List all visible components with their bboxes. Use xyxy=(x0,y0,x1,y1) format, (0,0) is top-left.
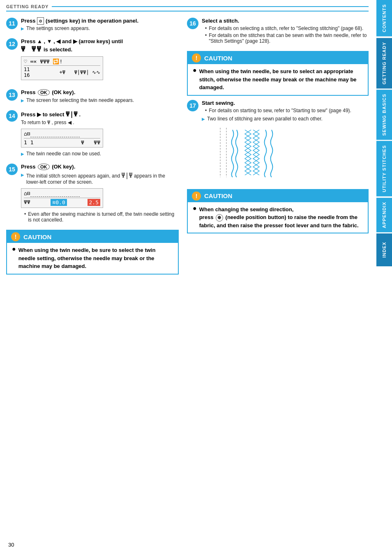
step-14-desc: The twin needle can now be used. xyxy=(21,151,179,157)
caution-box-2: ! CAUTION ● When using the twin needle, … xyxy=(187,51,369,96)
caution-1-icon: ! xyxy=(11,232,20,241)
caution-box-1: ! CAUTION ● When using the twin needle, … xyxy=(6,230,179,275)
step-11-desc: The settings screen appears. xyxy=(21,25,179,31)
step-12-num: 12 xyxy=(6,38,18,50)
step-12-screen: ♡ ∞× ΨΨΨ 🔁! 1116 +Ψ Ψ|ΨΨ| ∿∿ xyxy=(21,56,103,80)
caution-3-text: When changing the sewing direction, pres… xyxy=(199,205,363,230)
step-15-num: 15 xyxy=(6,164,18,175)
caution-2-header: ! CAUTION xyxy=(188,52,368,64)
caution-3-header: ! CAUTION xyxy=(188,190,368,202)
step-15-screen: ⌂⊟ ΨΨ ≋0.02.5 xyxy=(21,188,103,208)
step-11: 11 Press ⚙ (settings key) in the operati… xyxy=(6,18,179,32)
caution-2-bullet: ● When using the twin needle, be sure to… xyxy=(193,67,363,92)
caution-3-body: ● When changing the sewing direction, pr… xyxy=(188,202,368,233)
step-13-title: Press OK (OK key). xyxy=(21,89,179,96)
step-16-num: 16 xyxy=(187,18,198,29)
step-14-return: To return to Ψ , press ◀ . xyxy=(21,120,179,125)
step-12-content: Press ▲ , ▼ , ◀ and ▶ (arrow keys) until… xyxy=(21,38,179,83)
step-13-desc: The screen for selecting the twin needle… xyxy=(21,97,179,103)
step-16-content: Select a stitch. For details on selectin… xyxy=(202,18,369,45)
step-17-title: Start sewing. xyxy=(202,100,369,106)
step-14-screen: ⌂⊟ 1 1 Ψ ΨΨ xyxy=(21,129,103,148)
step-15-content: Press OK (OK key). The initial stitch sc… xyxy=(21,164,179,224)
step-17-bullet1: For details on starting to sew, refer to… xyxy=(202,108,369,113)
step-13-num: 13 xyxy=(6,89,18,101)
step-14-title: Press ▶ to select Ψ|Ψ . xyxy=(21,110,179,118)
step-17: 17 Start sewing. For details on starting… xyxy=(187,100,369,183)
caution-box-3: ! CAUTION ● When changing the sewing dir… xyxy=(187,189,369,234)
header-line xyxy=(52,6,369,7)
caution-1-text: When using the twin needle, be sure to s… xyxy=(18,246,173,270)
side-tabs: CONTENTS GETTING READY SEWING BASICS UTI… xyxy=(376,0,392,554)
tab-index[interactable]: INDEX xyxy=(376,233,392,266)
step-14: 14 Press ▶ to select Ψ|Ψ . To return to … xyxy=(6,110,179,158)
tab-sewing-basics[interactable]: SEWING BASICS xyxy=(376,90,392,140)
caution-2-body: ● When using the twin needle, be sure to… xyxy=(188,64,368,95)
step-16-bullet1: For details on selecting a stitch, refer… xyxy=(202,25,369,31)
section-title: GETTING READY xyxy=(6,4,48,9)
step-14-content: Press ▶ to select Ψ|Ψ . To return to Ψ ,… xyxy=(21,110,179,158)
caution-1-body: ● When using the twin needle, be sure to… xyxy=(7,243,178,274)
step-13-content: Press OK (OK key). The screen for select… xyxy=(21,89,179,104)
step-11-content: Press ⚙ (settings key) in the operation … xyxy=(21,18,179,32)
step-16-bullet2: For details on the stitches that can be … xyxy=(202,32,369,44)
page-number: 30 xyxy=(8,542,14,548)
stitch-illustration xyxy=(214,126,280,179)
right-column: 16 Select a stitch. For details on selec… xyxy=(187,18,369,279)
step-16-title: Select a stitch. xyxy=(202,18,369,24)
caution-1-bullet: ● When using the twin needle, be sure to… xyxy=(12,246,173,270)
needle-position-btn-icon: ⊕ xyxy=(216,214,223,222)
caution-2-icon: ! xyxy=(192,53,201,62)
caution-2-text: When using the twin needle, be sure to s… xyxy=(199,67,363,92)
step-11-num: 11 xyxy=(6,18,18,29)
step-14-num: 14 xyxy=(6,110,18,122)
tab-contents[interactable]: CONTENTS xyxy=(376,0,392,37)
step-17-content: Start sewing. For details on starting to… xyxy=(202,100,369,183)
two-column-layout: 11 Press ⚙ (settings key) in the operati… xyxy=(6,18,369,279)
step-15-desc: The initial stitch screen appears again,… xyxy=(21,172,179,185)
step-11-title: Press ⚙ (settings key) in the operation … xyxy=(21,18,179,24)
step-12-title: Press ▲ , ▼ , ◀ and ▶ (arrow keys) until… xyxy=(21,38,179,53)
caution-3-bullet: ● When changing the sewing direction, pr… xyxy=(193,205,363,230)
step-15: 15 Press OK (OK key). The initial stitch… xyxy=(6,164,179,224)
step-15-title: Press OK (OK key). xyxy=(21,164,179,170)
left-column: 11 Press ⚙ (settings key) in the operati… xyxy=(6,18,179,279)
tab-getting-ready[interactable]: GETTING READY xyxy=(376,38,392,88)
main-content: GETTING READY 11 Press ⚙ (settings key) … xyxy=(0,0,375,287)
tab-utility-stitches[interactable]: UTILITY STITCHES xyxy=(376,141,392,196)
step-15-note: Even after the sewing machine is turned … xyxy=(21,211,179,223)
step-16: 16 Select a stitch. For details on selec… xyxy=(187,18,369,45)
page-header: GETTING READY xyxy=(6,4,369,12)
step-17-desc: Two lines of stitching are sewn parallel… xyxy=(202,116,369,122)
caution-3-icon: ! xyxy=(192,192,201,201)
step-12: 12 Press ▲ , ▼ , ◀ and ▶ (arrow keys) un… xyxy=(6,38,179,83)
step-13: 13 Press OK (OK key). The screen for sel… xyxy=(6,89,179,104)
caution-1-header: ! CAUTION xyxy=(7,231,178,243)
step-17-num: 17 xyxy=(187,100,198,111)
tab-appendix[interactable]: APPENDIX xyxy=(376,198,392,232)
